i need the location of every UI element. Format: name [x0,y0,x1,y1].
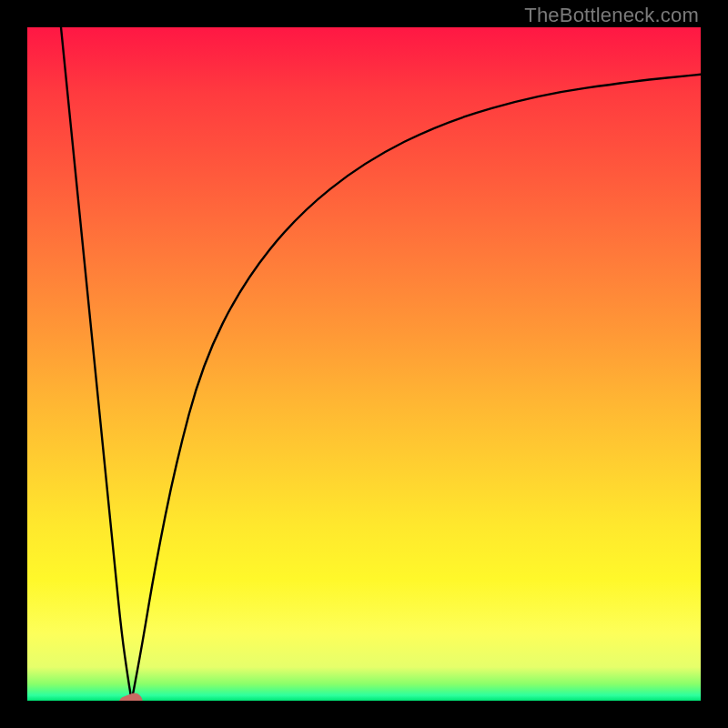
chart-frame: TheBottleneck.com [0,0,728,728]
attribution-text: TheBottleneck.com [524,4,699,27]
plot-area [27,27,701,701]
bottleneck-curve [27,27,701,701]
curve-path [61,27,701,701]
